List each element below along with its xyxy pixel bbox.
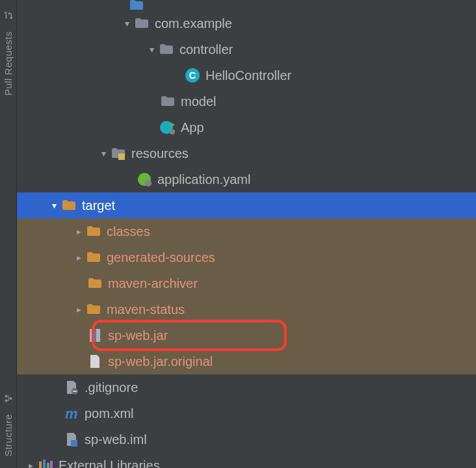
tree-item-generated-sources[interactable]: ▸ generated-sources [17,244,476,270]
tree-label: .gitignore [85,380,138,395]
folder-icon [134,16,150,31]
excluded-folder-icon [87,276,103,291]
svg-rect-1 [5,399,7,402]
chevron-right-icon: ▸ [72,226,86,237]
excluded-folder-icon [86,224,101,239]
svg-rect-2 [9,397,12,400]
svg-rect-18 [50,461,53,468]
tree-item-com-example[interactable]: ▾ com.example [17,10,476,36]
tree-item-external-libraries[interactable]: ▸ External Libraries [17,452,476,468]
tree-label: generated-sources [107,250,215,265]
tree-item-sp-web-jar-original[interactable]: sp-web.jar.original [17,348,476,374]
chevron-down-icon: ▾ [120,18,134,29]
svg-rect-15 [39,462,42,468]
svg-point-8 [145,180,152,187]
file-icon [64,380,79,395]
chevron-down-icon: ▾ [96,148,111,159]
project-tree: ▾ com.example ▾ controller C HelloContro… [17,0,476,468]
libraries-icon [38,458,53,468]
tree-label: resources [131,146,189,161]
tree-item-model[interactable]: model [17,88,476,114]
tree-item-classes[interactable]: ▸ classes [17,218,476,244]
tree-label: model [181,94,216,109]
chevron-down-icon: ▾ [47,200,61,211]
tree-label: App [181,120,204,135]
chevron-right-icon: ▸ [72,252,86,263]
tree-item-pom-xml[interactable]: m pom.xml [17,400,476,426]
tree-label: controller [179,42,233,57]
tree-item-target[interactable]: ▾ target [17,192,476,218]
folder-icon [159,42,174,57]
svg-rect-0 [5,395,7,397]
resources-folder-icon [111,146,126,161]
svg-text:m: m [65,406,78,421]
gutter-pull-requests[interactable]: Pull Requests [3,31,14,96]
svg-rect-14 [71,440,77,447]
svg-rect-7 [118,153,125,160]
tree-label: com.example [155,16,232,31]
tool-gutter: Pull Requests Structure [0,0,17,468]
gutter-structure[interactable]: Structure [3,414,14,456]
svg-rect-16 [43,460,46,468]
svg-rect-17 [47,463,49,468]
tree-item-application-yaml[interactable]: application.yaml [17,166,476,192]
chevron-right-icon: ▸ [72,304,86,315]
folder-icon [160,94,176,109]
tree-label: sp-web.jar.original [108,354,213,369]
tree-label: pom.xml [85,406,134,421]
tree-item-resources[interactable]: ▾ resources [17,140,476,166]
module-icon [64,432,79,447]
excluded-folder-icon [86,302,101,317]
tree-label: maven-status [107,302,185,317]
class-icon: C [185,68,200,83]
tree-item-controller[interactable]: ▾ controller [17,36,476,62]
file-icon [87,354,103,369]
structure-icon [4,392,13,401]
chevron-right-icon: ▸ [23,460,38,468]
folder-icon [129,0,144,10]
tree-label: sp-web.jar [108,328,168,343]
svg-point-6 [170,129,175,135]
tree-item-sp-web-jar[interactable]: sp-web.jar [17,322,476,348]
chevron-down-icon: ▾ [144,44,159,55]
tree-label: maven-archiver [108,276,198,291]
tree-item-maven-status[interactable]: ▸ maven-status [17,296,476,322]
tree-label: sp-web.iml [85,432,147,447]
pull-request-icon [4,9,13,18]
tree-label: External Libraries [59,458,160,469]
tree-item-app[interactable]: App [17,114,476,140]
tree-label: HelloController [205,68,291,83]
tree-label: application.yaml [157,172,250,187]
maven-icon: m [64,406,79,421]
excluded-folder-icon [61,198,77,213]
tree-label: target [82,198,115,213]
svg-rect-10 [94,329,96,342]
tree-item-gitignore[interactable]: .gitignore [17,374,476,400]
spring-config-icon [137,172,152,187]
excluded-folder-icon [86,250,101,265]
runnable-class-icon [160,120,176,135]
archive-icon [87,328,103,343]
svg-text:C: C [189,70,196,81]
tree-item-maven-archiver[interactable]: maven-archiver [17,270,476,296]
svg-rect-12 [73,391,77,392]
tree-item-hello-controller[interactable]: C HelloController [17,62,476,88]
tree-item-sp-web-iml[interactable]: sp-web.iml [17,426,476,452]
tree-label: classes [107,224,150,239]
